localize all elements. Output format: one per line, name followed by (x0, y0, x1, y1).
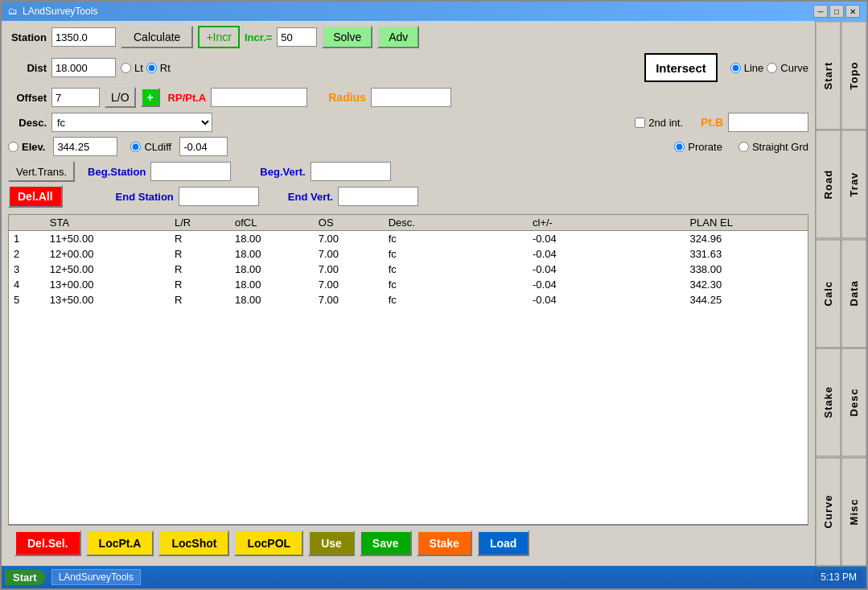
cell-os: 7.00 (314, 292, 384, 307)
use-button[interactable]: Use (308, 530, 355, 556)
minimize-button[interactable]: ─ (813, 5, 828, 18)
cell-os: 7.00 (314, 262, 384, 277)
cell-desc: fc (384, 262, 468, 277)
dist-input[interactable] (51, 58, 116, 77)
pt-b-input[interactable] (728, 113, 808, 132)
second-int-label[interactable]: 2nd int. (648, 117, 683, 129)
cldiff-label: CLdiff (144, 141, 171, 153)
cell-num: 4 (9, 277, 45, 292)
cell-sta: 12+50.00 (45, 262, 170, 277)
table-row[interactable]: 1 11+50.00 R 18.00 7.00 fc -0.04 324.96 (9, 231, 808, 247)
cell-desc: fc (384, 246, 468, 262)
rt-radio[interactable] (146, 63, 157, 73)
data-table-area: STA L/R ofCL OS Desc. cl+/- PLAN EL 1 11… (8, 214, 808, 525)
tab-data[interactable]: Data (841, 239, 867, 348)
beg-station-input[interactable] (150, 162, 231, 181)
cell-clpm: -0.04 (468, 231, 685, 247)
locpta-button[interactable]: LocPt.A (86, 530, 154, 556)
table-row[interactable]: 4 13+00.00 R 18.00 7.00 fc -0.04 342.30 (9, 277, 808, 292)
straight-grd-radio[interactable] (738, 142, 749, 152)
cell-plan-el: 331.63 (685, 246, 808, 262)
save-button[interactable]: Save (360, 530, 412, 556)
tab-curve[interactable]: Curve (816, 457, 841, 566)
tab-topo[interactable]: Topo (841, 21, 867, 130)
straight-grd-label: Straight Grd (752, 141, 808, 153)
stake-button[interactable]: Stake (417, 530, 472, 556)
calculate-button[interactable]: Calculate (121, 26, 193, 48)
lt-radio[interactable] (121, 63, 131, 73)
rt-label[interactable]: Rt (160, 62, 171, 74)
tab-road[interactable]: Road (816, 130, 841, 238)
cell-lr: R (170, 292, 230, 307)
locpol-button[interactable]: LocPOL (234, 530, 303, 556)
tab-trav[interactable]: Trav (841, 130, 867, 238)
plus-incr-button[interactable]: +Incr (198, 26, 240, 48)
tab-desc[interactable]: Desc (841, 348, 867, 456)
table-row[interactable]: 3 12+50.00 R 18.00 7.00 fc -0.04 338.00 (9, 262, 808, 277)
cell-desc: fc (384, 231, 468, 247)
beg-vert-input[interactable] (311, 162, 391, 181)
line-radio[interactable] (730, 63, 741, 73)
app-icon: 🗂 (8, 6, 18, 17)
radius-input[interactable] (371, 88, 451, 107)
desc-label: Desc. (8, 117, 47, 129)
cell-clpm: -0.04 (468, 277, 685, 292)
cell-plan-el: 344.25 (685, 292, 808, 307)
load-button[interactable]: Load (477, 530, 529, 556)
dist-label: Dist (8, 62, 47, 74)
cell-sta: 11+50.00 (45, 231, 170, 247)
tab-misc[interactable]: Misc (841, 457, 867, 566)
col-header-desc: Desc. (384, 215, 468, 231)
offset-input[interactable] (51, 88, 100, 107)
vert-trans-button[interactable]: Vert.Trans. (8, 161, 75, 182)
intersect-button[interactable]: Intersect (644, 53, 718, 82)
end-station-input[interactable] (179, 187, 259, 206)
tab-start[interactable]: Start (816, 21, 841, 130)
cldiff-radio[interactable] (130, 142, 141, 152)
desc-select[interactable]: fc ep cl tc bc (51, 113, 212, 132)
plus-green-button[interactable]: + (141, 88, 160, 107)
rp-pta-input[interactable] (211, 88, 307, 107)
solve-button[interactable]: Solve (322, 26, 372, 48)
beg-vert-label: Beg.Vert. (260, 166, 305, 178)
window-title: LAndSurveyTools (23, 6, 97, 17)
tab-calc[interactable]: Calc (816, 239, 841, 348)
pt-b-label: Pt.B (701, 116, 723, 129)
taskbar-app-item[interactable]: LAndSurveyTools (51, 569, 141, 585)
incr-input[interactable] (277, 27, 317, 47)
maximize-button[interactable]: □ (829, 5, 844, 18)
station-input[interactable] (51, 27, 116, 47)
prorate-radio[interactable] (674, 142, 685, 152)
del-all-button[interactable]: Del.All (8, 185, 63, 208)
del-sel-button[interactable]: Del.Sel. (14, 530, 81, 556)
tab-stake[interactable]: Stake (816, 348, 841, 456)
elev-input[interactable] (53, 137, 117, 156)
end-vert-input[interactable] (338, 187, 418, 206)
table-row[interactable]: 5 13+50.00 R 18.00 7.00 fc -0.04 344.25 (9, 292, 808, 307)
adv-button[interactable]: Adv (377, 26, 419, 48)
second-int-checkbox[interactable] (635, 118, 645, 128)
cell-plan-el: 342.30 (685, 277, 808, 292)
locshot-button[interactable]: LocShot (158, 530, 229, 556)
lo-button[interactable]: L/O (105, 87, 136, 108)
right-tab-col1: Start Road Calc Stake Curve (816, 21, 841, 566)
cell-ofcl: 18.00 (230, 231, 314, 247)
start-button[interactable]: Start (5, 570, 45, 585)
cell-ofcl: 18.00 (230, 262, 314, 277)
cell-num: 1 (9, 231, 45, 247)
curve-label[interactable]: Curve (780, 62, 808, 74)
close-button[interactable]: ✕ (845, 5, 860, 18)
cell-sta: 13+50.00 (45, 292, 170, 307)
cell-sta: 12+00.00 (45, 246, 170, 262)
line-label[interactable]: Line (744, 62, 764, 74)
cell-lr: R (170, 246, 230, 262)
offset-label: Offset (8, 92, 47, 104)
right-tab-col2: Topo Trav Data Desc Misc (841, 21, 867, 566)
elev-radio[interactable] (8, 142, 19, 152)
cell-num: 2 (9, 246, 45, 262)
table-row[interactable]: 2 12+00.00 R 18.00 7.00 fc -0.04 331.63 (9, 246, 808, 262)
cldiff-input[interactable] (179, 137, 228, 156)
lt-label[interactable]: Lt (134, 62, 143, 74)
beg-station-label: Beg.Station (88, 166, 146, 178)
curve-radio[interactable] (767, 63, 777, 73)
